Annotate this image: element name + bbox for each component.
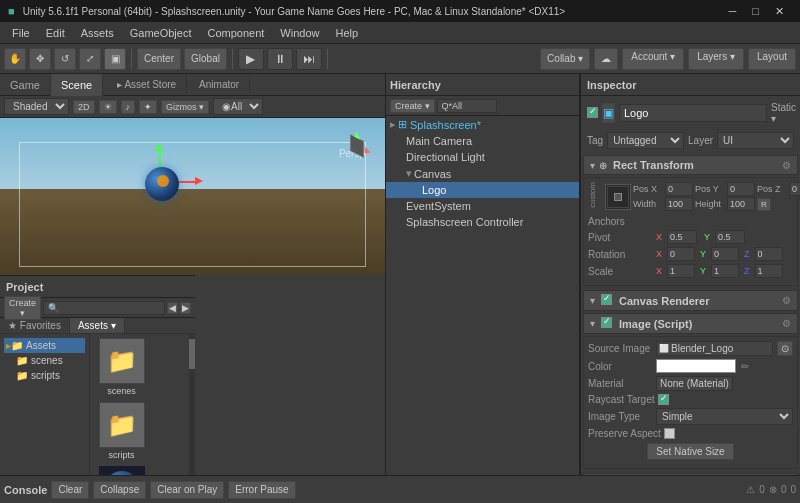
object-name-input[interactable] <box>619 104 767 122</box>
image-script-checkbox[interactable] <box>601 317 612 330</box>
transform-rotate-btn[interactable]: ↺ <box>54 48 76 70</box>
titlebar-max[interactable]: □ <box>744 5 767 17</box>
active-checkbox[interactable] <box>587 107 598 120</box>
anchor-preset-box[interactable] <box>605 184 631 210</box>
hierarchy-item-canvas[interactable]: ▾ Canvas <box>386 165 579 182</box>
scale-z-input[interactable] <box>755 264 783 278</box>
center-toggle[interactable]: Center <box>137 48 181 70</box>
tree-assets[interactable]: ▸📁 Assets <box>4 338 85 353</box>
rotation-z-input[interactable] <box>755 247 783 261</box>
transform-rect-btn[interactable]: ▣ <box>104 48 126 70</box>
titlebar-min[interactable]: ─ <box>721 5 745 17</box>
menu-file[interactable]: File <box>4 25 38 41</box>
canvas-renderer-checkbox[interactable] <box>601 294 612 307</box>
pos-x-input[interactable] <box>665 182 693 196</box>
transform-move-btn[interactable]: ✥ <box>29 48 51 70</box>
collab-btn[interactable]: Collab ▾ <box>540 48 590 70</box>
titlebar-close[interactable]: ✕ <box>767 5 792 18</box>
asset-scripts[interactable]: 📁 scripts <box>94 402 149 460</box>
cloud-btn[interactable]: ☁ <box>594 48 618 70</box>
gizmo-cube[interactable] <box>337 126 377 166</box>
rotation-x-input[interactable] <box>667 247 695 261</box>
asset-blender[interactable]: Blender_Lo... <box>94 466 149 475</box>
asset-scenes[interactable]: 📁 scenes <box>94 338 149 396</box>
clear-on-play-btn[interactable]: Clear on Play <box>150 481 224 499</box>
menu-assets[interactable]: Assets <box>73 25 122 41</box>
asset-store-btn[interactable]: ▸ Asset Store <box>107 74 187 96</box>
raycast-checkbox[interactable] <box>658 394 669 405</box>
rect-transform-header[interactable]: ▾ ⊕ Rect Transform ⚙ <box>583 155 798 175</box>
tree-scenes[interactable]: 📁 scenes <box>4 353 85 368</box>
layers-btn[interactable]: Layers ▾ <box>688 48 744 70</box>
shading-select[interactable]: Shaded <box>4 98 69 115</box>
hierarchy-item-camera[interactable]: Main Camera <box>386 133 579 149</box>
hierarchy-item-logo[interactable]: Logo <box>386 182 579 198</box>
reset-btn[interactable]: R <box>757 198 771 211</box>
clear-btn[interactable]: Clear <box>51 481 89 499</box>
image-script-gear[interactable]: ⚙ <box>782 318 791 329</box>
project-search-input[interactable] <box>43 301 165 315</box>
canvas-renderer-header[interactable]: ▾ Canvas Renderer ⚙ <box>583 290 798 311</box>
scene-viewport[interactable]: Persp <box>0 118 385 275</box>
play-button[interactable]: ▶ <box>238 48 264 70</box>
project-right-btn[interactable]: ▶ <box>180 302 191 314</box>
layer-select[interactable]: UI <box>717 132 794 149</box>
assets-tab[interactable]: Assets ▾ <box>70 318 125 333</box>
preserve-aspect-checkbox[interactable] <box>664 428 675 439</box>
pivot-y-input[interactable] <box>715 230 745 244</box>
hierarchy-item-splashscreen[interactable]: ▸ ⊞ Splashscreen* <box>386 116 579 133</box>
pivot-x-input[interactable] <box>667 230 697 244</box>
menu-window[interactable]: Window <box>272 25 327 41</box>
tag-select[interactable]: Untagged <box>607 132 684 149</box>
error-pause-btn[interactable]: Error Pause <box>228 481 295 499</box>
color-picker-icon[interactable]: ✏ <box>741 361 749 372</box>
hierarchy-item-light[interactable]: Directional Light <box>386 149 579 165</box>
menu-component[interactable]: Component <box>199 25 272 41</box>
animator-btn[interactable]: Animator <box>189 74 250 96</box>
step-button[interactable]: ⏭ <box>296 48 322 70</box>
project-left-btn[interactable]: ◀ <box>167 302 178 314</box>
audio-btn[interactable]: ♪ <box>121 100 136 114</box>
hierarchy-search-input[interactable] <box>437 99 497 113</box>
global-toggle[interactable]: Global <box>184 48 227 70</box>
tab-game[interactable]: Game <box>0 74 51 96</box>
assets-scroll-thumb[interactable] <box>189 339 195 369</box>
source-select-icon[interactable]: ⊙ <box>777 341 793 356</box>
scale-x-input[interactable] <box>667 264 695 278</box>
collapse-btn[interactable]: Collapse <box>93 481 146 499</box>
project-create-btn[interactable]: Create ▾ <box>4 296 41 320</box>
tree-scripts[interactable]: 📁 scripts <box>4 368 85 383</box>
account-btn[interactable]: Account ▾ <box>622 48 684 70</box>
assets-scrollbar[interactable] <box>189 334 195 475</box>
menu-edit[interactable]: Edit <box>38 25 73 41</box>
material-component-header[interactable]: Default UI Material Shader UI/Default ⚙ <box>583 473 798 475</box>
scale-y-input[interactable] <box>711 264 739 278</box>
gizmos-btn[interactable]: Gizmos ▾ <box>161 100 209 114</box>
hierarchy-item-controller[interactable]: Splashscreen Controller <box>386 214 579 230</box>
width-input[interactable] <box>665 197 693 211</box>
pos-z-input[interactable] <box>789 182 800 196</box>
all-select[interactable]: ◉All <box>213 98 263 115</box>
pos-y-input[interactable] <box>727 182 755 196</box>
favorites-tab[interactable]: ★ Favorites <box>0 318 70 333</box>
rect-gear-icon[interactable]: ⚙ <box>782 160 791 171</box>
2d-toggle[interactable]: 2D <box>73 100 95 114</box>
tab-scene[interactable]: Scene <box>51 74 103 96</box>
layout-btn[interactable]: Layout <box>748 48 796 70</box>
menu-help[interactable]: Help <box>327 25 366 41</box>
hierarchy-item-eventsystem[interactable]: EventSystem <box>386 198 579 214</box>
pause-button[interactable]: ⏸ <box>267 48 293 70</box>
color-swatch[interactable] <box>656 359 736 373</box>
image-type-select[interactable]: Simple <box>656 408 793 425</box>
lighting-btn[interactable]: ☀ <box>99 100 117 114</box>
rotation-y-input[interactable] <box>711 247 739 261</box>
transform-hand-btn[interactable]: ✋ <box>4 48 26 70</box>
set-native-size-btn[interactable]: Set Native Size <box>647 443 733 460</box>
transform-scale-btn[interactable]: ⤢ <box>79 48 101 70</box>
hierarchy-create-btn[interactable]: Create ▾ <box>390 99 435 113</box>
height-input[interactable] <box>727 197 755 211</box>
fx-btn[interactable]: ✦ <box>139 100 157 114</box>
menu-gameobject[interactable]: GameObject <box>122 25 200 41</box>
image-script-header[interactable]: ▾ Image (Script) ⚙ <box>583 313 798 334</box>
canvas-renderer-gear[interactable]: ⚙ <box>782 295 791 306</box>
